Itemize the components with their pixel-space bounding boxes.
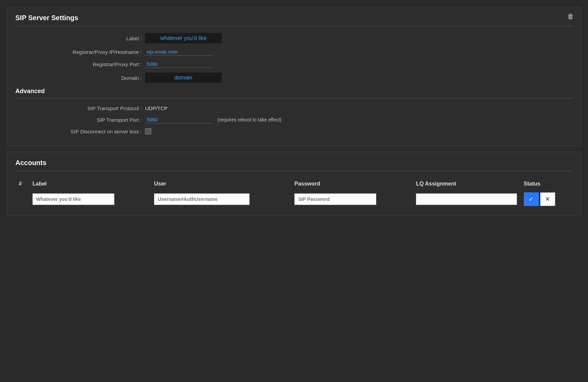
confirm-account-button[interactable]: ✓ xyxy=(524,192,539,206)
sip-disconnect-row: SIP Disconnect on server loss : xyxy=(15,128,573,134)
account-row-number xyxy=(15,190,29,209)
sip-transport-port-row: SIP Transport Port : (requires reboot to… xyxy=(15,116,573,123)
sip-transport-protocol-row: SIP Transport Protocol : UDP/TCP xyxy=(15,105,573,111)
x-icon: ✕ xyxy=(545,195,550,203)
accounts-table: # Label User Password LQ Assignment Stat… xyxy=(15,178,573,209)
port-label: Registrar/Proxy Port : xyxy=(15,61,145,67)
account-label-input[interactable] xyxy=(32,193,114,205)
domain-row: Domain : xyxy=(15,73,573,83)
sip-server-divider xyxy=(15,26,573,26)
sip-transport-port-input[interactable] xyxy=(145,116,213,123)
sip-transport-protocol-label: SIP Transport Protocol : xyxy=(15,105,145,111)
sip-transport-port-label: SIP Transport Port : xyxy=(15,117,145,123)
account-password-input[interactable] xyxy=(294,193,376,205)
sip-server-title: SIP Server Settings xyxy=(15,14,573,22)
status-buttons: ✓ ✕ xyxy=(524,192,569,206)
registrar-label: Registrar/Proxy IP/Hostname : xyxy=(15,49,145,55)
checkmark-icon: ✓ xyxy=(529,195,534,203)
domain-label: Domain : xyxy=(15,75,145,81)
col-password: Password xyxy=(291,178,412,190)
advanced-divider xyxy=(15,98,573,99)
accounts-title: Accounts xyxy=(15,159,573,167)
port-row: Registrar/Proxy Port : xyxy=(15,60,573,68)
account-label-cell xyxy=(29,190,151,209)
port-input[interactable] xyxy=(145,60,213,68)
cancel-account-button[interactable]: ✕ xyxy=(540,192,555,206)
advanced-title: Advanced xyxy=(15,88,573,95)
label-field-input[interactable] xyxy=(145,33,222,43)
sip-transport-port-note: (requires reboot to take effect) xyxy=(218,117,281,122)
label-row: Label : xyxy=(15,33,573,43)
col-hash: # xyxy=(15,178,29,190)
sip-transport-protocol-value: UDP/TCP xyxy=(145,105,168,111)
registrar-row: Registrar/Proxy IP/Hostname : xyxy=(15,48,573,56)
account-status-cell: ✓ ✕ xyxy=(520,190,573,209)
accounts-panel: Accounts # Label User Password LQ Assign… xyxy=(7,152,581,216)
sip-disconnect-label: SIP Disconnect on server loss : xyxy=(15,129,145,134)
delete-server-button[interactable]: 🗑 xyxy=(567,13,574,20)
account-user-cell xyxy=(151,190,291,209)
label-field-label: Label : xyxy=(15,35,145,41)
trash-icon: 🗑 xyxy=(567,13,574,20)
accounts-divider xyxy=(15,171,573,171)
account-lq-cell xyxy=(412,190,520,209)
sip-server-panel: SIP Server Settings 🗑 Label : Registrar/… xyxy=(7,7,581,146)
col-label: Label xyxy=(29,178,151,190)
col-status: Status xyxy=(520,178,573,190)
col-user: User xyxy=(151,178,291,190)
account-row: ✓ ✕ xyxy=(15,190,573,209)
accounts-header-row: # Label User Password LQ Assignment Stat… xyxy=(15,178,573,190)
sip-disconnect-checkbox[interactable] xyxy=(145,128,151,134)
account-password-cell xyxy=(291,190,412,209)
account-user-input[interactable] xyxy=(154,193,250,205)
registrar-input[interactable] xyxy=(145,48,213,56)
account-lq-input[interactable] xyxy=(416,193,517,205)
domain-input[interactable] xyxy=(145,73,222,83)
col-lq-assignment: LQ Assignment xyxy=(412,178,520,190)
